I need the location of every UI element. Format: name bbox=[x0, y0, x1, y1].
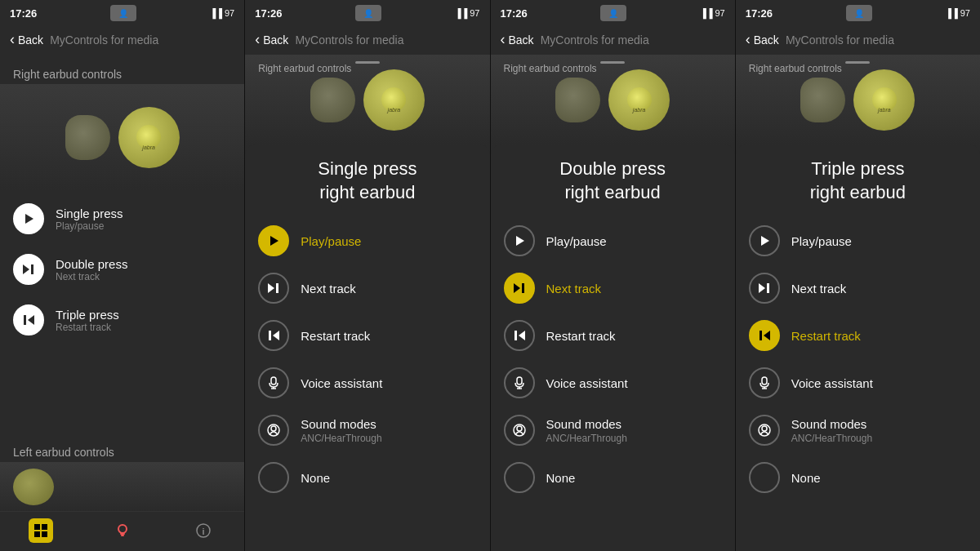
single-press-label: Single press bbox=[56, 207, 231, 220]
svg-rect-10 bbox=[120, 533, 125, 535]
svg-rect-7 bbox=[34, 531, 40, 537]
prev-icon-3 bbox=[504, 320, 535, 351]
grid-nav-icon[interactable] bbox=[29, 518, 53, 543]
prev-icon-2 bbox=[258, 320, 289, 351]
play-icon-3 bbox=[504, 225, 535, 256]
svg-point-9 bbox=[118, 525, 127, 533]
svg-marker-0 bbox=[25, 214, 33, 224]
none-item-4[interactable]: None bbox=[736, 454, 980, 501]
left-earbud-section-1: Left earbud controls bbox=[0, 433, 244, 462]
app-bar-2: ‹ Back MyControls for media bbox=[245, 24, 489, 55]
voice-assistant-label-4: Voice assistant bbox=[791, 376, 873, 390]
voice-assistant-item-2[interactable]: Voice assistant bbox=[245, 359, 489, 407]
restart-track-item-3[interactable]: Restart track bbox=[491, 312, 735, 359]
svg-rect-38 bbox=[760, 331, 762, 340]
svg-marker-35 bbox=[759, 283, 765, 293]
panel-single-press: 17:26 👤 ▐▐ 97 ‹ Back MyControls for medi… bbox=[245, 0, 490, 551]
svg-rect-29 bbox=[517, 377, 522, 384]
mic-icon-2 bbox=[258, 367, 289, 398]
voice-assistant-label-3: Voice assistant bbox=[546, 376, 628, 390]
drag-handle-4 bbox=[845, 61, 870, 64]
voice-assistant-item-3[interactable]: Voice assistant bbox=[491, 359, 735, 407]
status-bar-1: 17:26 👤 ▐▐ 97 bbox=[0, 0, 244, 24]
svg-text:i: i bbox=[203, 527, 205, 536]
svg-rect-4 bbox=[24, 315, 26, 325]
status-icons-2: ▐▐ 97 bbox=[455, 8, 480, 18]
back-button-3[interactable]: ‹ Back bbox=[501, 31, 534, 48]
svg-point-23 bbox=[271, 426, 276, 431]
double-press-item[interactable]: Double press Next track bbox=[0, 244, 244, 295]
back-button-1[interactable]: ‹ Back bbox=[10, 31, 43, 48]
none-item-2[interactable]: None bbox=[245, 454, 489, 501]
sound-modes-sublabel-4: ANC/HearThrough bbox=[791, 433, 967, 444]
none-icon-4 bbox=[749, 462, 780, 493]
earbud-visual-3 bbox=[555, 69, 670, 131]
status-avatar-1: 👤 bbox=[110, 5, 136, 21]
mic-icon-4 bbox=[749, 367, 780, 398]
sound-modes-item-3[interactable]: Sound modes ANC/HearThrough bbox=[491, 407, 735, 454]
earbud-right-1 bbox=[118, 107, 180, 168]
restart-track-item-4[interactable]: Restart track bbox=[736, 312, 980, 359]
back-label-2: Back bbox=[263, 33, 288, 47]
back-button-2[interactable]: ‹ Back bbox=[255, 31, 288, 48]
next-track-label-4: Next track bbox=[791, 282, 847, 295]
back-chevron-3: ‹ bbox=[501, 31, 506, 48]
status-time-4: 17:26 bbox=[746, 7, 773, 20]
svg-marker-14 bbox=[270, 236, 278, 246]
panel-triple-press: 17:26 👤 ▐▐ 97 ‹ Back MyControls for medi… bbox=[736, 0, 980, 551]
panel-overview: 17:26 👤 ▐▐ 97 ‹ Back MyControls for medi… bbox=[0, 0, 245, 551]
earbud-right-2 bbox=[363, 69, 425, 131]
sound-icon-2 bbox=[258, 415, 289, 446]
status-icons-4: ▐▐ 97 bbox=[945, 8, 970, 18]
none-label-4: None bbox=[791, 471, 821, 485]
voice-assistant-label-2: Voice assistant bbox=[301, 376, 382, 390]
lightbulb-nav-icon[interactable] bbox=[110, 518, 135, 543]
sound-modes-item-2[interactable]: Sound modes ANC/HearThrough bbox=[245, 407, 489, 454]
next-track-item-4[interactable]: Next track bbox=[736, 264, 980, 312]
control-list-3: Play/pause Next track Restart track Voic… bbox=[491, 214, 735, 551]
signal-icon-2: ▐▐ bbox=[455, 8, 468, 18]
app-bar-4: ‹ Back MyControls for media bbox=[736, 24, 980, 55]
earbud-left-1 bbox=[65, 115, 110, 160]
sound-icon-3 bbox=[504, 415, 535, 446]
play-pause-item-3[interactable]: Play/pause bbox=[491, 217, 735, 264]
app-bar-3: ‹ Back MyControls for media bbox=[491, 24, 735, 55]
sound-modes-item-4[interactable]: Sound modes ANC/HearThrough bbox=[736, 407, 980, 454]
earbud-visual-1 bbox=[65, 107, 180, 168]
next-track-item-2[interactable]: Next track bbox=[245, 264, 489, 312]
play-pause-item-2[interactable]: Play/pause bbox=[245, 217, 489, 264]
voice-assistant-item-4[interactable]: Voice assistant bbox=[736, 359, 980, 407]
triple-press-label: Triple press bbox=[56, 308, 231, 322]
svg-marker-15 bbox=[268, 283, 274, 293]
earbud-image-1 bbox=[0, 84, 244, 190]
drag-handle-3 bbox=[600, 61, 625, 64]
back-label-1: Back bbox=[18, 33, 43, 47]
play-pause-item-4[interactable]: Play/pause bbox=[736, 217, 980, 264]
sound-icon-4 bbox=[749, 415, 780, 446]
svg-marker-37 bbox=[764, 331, 770, 340]
svg-rect-18 bbox=[269, 331, 271, 340]
status-avatar-3: 👤 bbox=[600, 5, 626, 21]
control-list-4: Play/pause Next track Restart track Voic… bbox=[736, 214, 980, 551]
none-item-3[interactable]: None bbox=[491, 454, 735, 501]
signal-icon-3: ▐▐ bbox=[700, 8, 713, 18]
earbud-visual-4 bbox=[800, 69, 915, 131]
right-earbud-label-4: Right earbud controls bbox=[749, 63, 842, 74]
next-icon-overview bbox=[13, 254, 44, 285]
svg-rect-36 bbox=[767, 283, 769, 293]
back-button-4[interactable]: ‹ Back bbox=[746, 31, 779, 48]
none-icon-2 bbox=[258, 462, 289, 493]
play-pause-label-3: Play/pause bbox=[546, 234, 607, 248]
triple-press-item[interactable]: Triple press Restart track bbox=[0, 295, 244, 345]
next-track-item-3[interactable]: Next track bbox=[491, 264, 735, 312]
single-press-item[interactable]: Single press Play/pause bbox=[0, 193, 244, 244]
svg-rect-2 bbox=[31, 264, 33, 274]
double-press-text: Double press Next track bbox=[56, 257, 231, 282]
earbud-inner-4 bbox=[872, 87, 897, 112]
svg-rect-5 bbox=[34, 524, 40, 530]
next-track-label-3: Next track bbox=[546, 282, 602, 295]
info-nav-icon[interactable]: i bbox=[191, 518, 216, 543]
svg-rect-39 bbox=[762, 377, 767, 384]
svg-marker-34 bbox=[761, 236, 769, 246]
restart-track-item-2[interactable]: Restart track bbox=[245, 312, 489, 359]
